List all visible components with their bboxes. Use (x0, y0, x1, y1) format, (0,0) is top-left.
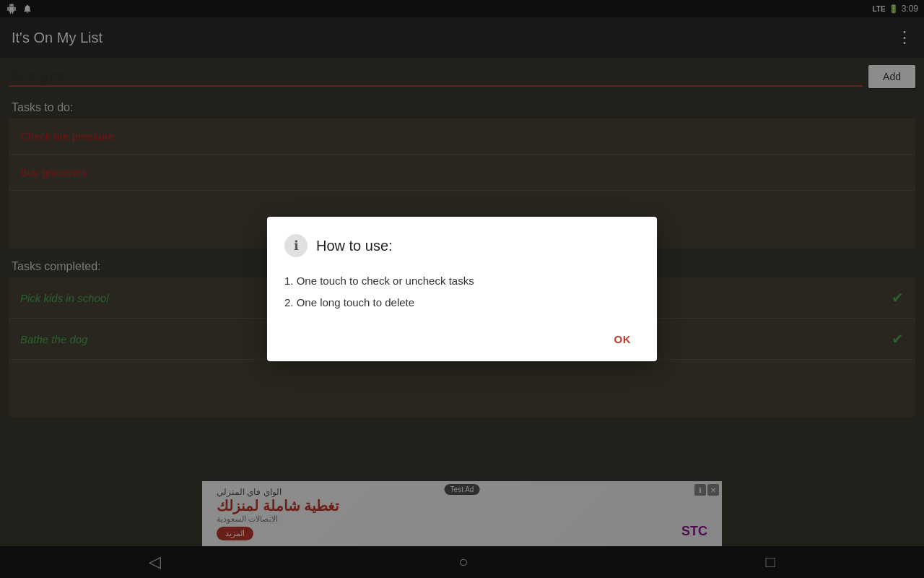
instruction-1: 1. One touch to check or uncheck tasks (284, 272, 640, 290)
how-to-use-dialog: ℹ How to use: 1. One touch to check or u… (267, 217, 657, 361)
dialog-header: ℹ How to use: (284, 234, 640, 257)
dialog-body: 1. One touch to check or uncheck tasks 2… (284, 272, 640, 311)
dialog-title: How to use: (316, 238, 393, 254)
dialog-ok-button[interactable]: OK (606, 329, 640, 350)
dialog-actions: OK (284, 329, 640, 350)
instruction-2: 2. One long touch to delete (284, 293, 640, 312)
dialog-info-icon: ℹ (284, 234, 308, 257)
